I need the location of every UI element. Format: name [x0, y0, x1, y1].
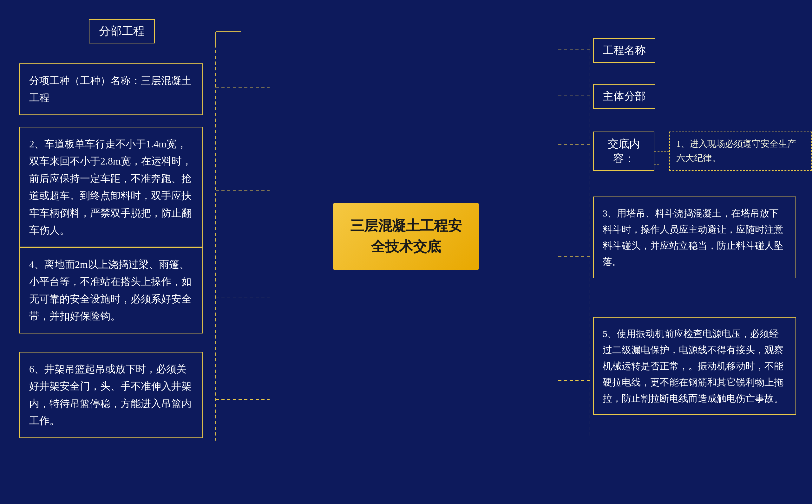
- right-box-4-text: 5、使用振动机前应检查电源电压，必须经过二级漏电保护，电源线不得有接头，观察机械…: [603, 328, 783, 404]
- left-box-4: 6、井架吊篮起吊或放下时，必须关好井架安全门，头、手不准伸入井架内，特待吊篮停稳…: [19, 352, 203, 438]
- right-box-3: 3、用塔吊、料斗浇捣混凝土，在塔吊放下料斗时，操作人员应主动避让，应随时注意料斗…: [593, 197, 796, 278]
- left-box-4-text: 6、井架吊篮起吊或放下时，必须关好井架安全门，头、手不准伸入井架内，特待吊篮停稳…: [29, 363, 192, 426]
- right-box-4: 5、使用振动机前应检查电源电压，必须经过二级漏电保护，电源线不得有接头，观察机械…: [593, 317, 796, 415]
- left-box-2: 2、车道板单车行走不小于1.4m宽，双车来回不小于2.8m宽，在运料时，前后应保…: [19, 127, 203, 247]
- top-label-left: 分部工程: [89, 19, 155, 43]
- right-label-jiaodi-row: 交底内容： 1、进入现场必须遵守安全生产六大纪律。: [593, 132, 812, 171]
- left-box-1-text: 分项工种（工种）名称：三层混凝土工程: [29, 75, 192, 103]
- center-node-text: 三层混凝土工程安全技术交底: [350, 218, 462, 255]
- label-fenbu-gongcheng: 分部工程: [89, 19, 155, 43]
- right-label-jiaodi-box: 交底内容：: [593, 132, 654, 171]
- dashed-connector-line: [654, 151, 669, 152]
- right-label-gongcheng-box: 工程名称: [593, 38, 655, 63]
- left-box-3: 4、离地面2m以上浇捣过梁、雨篷、小平台等，不准站在搭头上操作，如无可靠的安全设…: [19, 247, 203, 333]
- right-label-zhuti-box: 主体分部: [593, 84, 655, 109]
- left-box-2-text: 2、车道板单车行走不小于1.4m宽，双车来回不小于2.8m宽，在运料时，前后应保…: [29, 138, 192, 236]
- right-label-gongcheng: 工程名称: [593, 38, 655, 63]
- center-node: 三层混凝土工程安全技术交底: [333, 203, 479, 270]
- right-label-zhuti: 主体分部: [593, 84, 655, 109]
- jiaodi-dashed-box: 1、进入现场必须遵守安全生产六大纪律。: [669, 132, 812, 171]
- right-box-3-text: 3、用塔吊、料斗浇捣混凝土，在塔吊放下料斗时，操作人员应主动避让，应随时注意料斗…: [603, 208, 783, 267]
- left-box-1: 分项工种（工种）名称：三层混凝土工程: [19, 63, 203, 115]
- left-box-3-text: 4、离地面2m以上浇捣过梁、雨篷、小平台等，不准站在搭头上操作，如无可靠的安全设…: [29, 259, 192, 322]
